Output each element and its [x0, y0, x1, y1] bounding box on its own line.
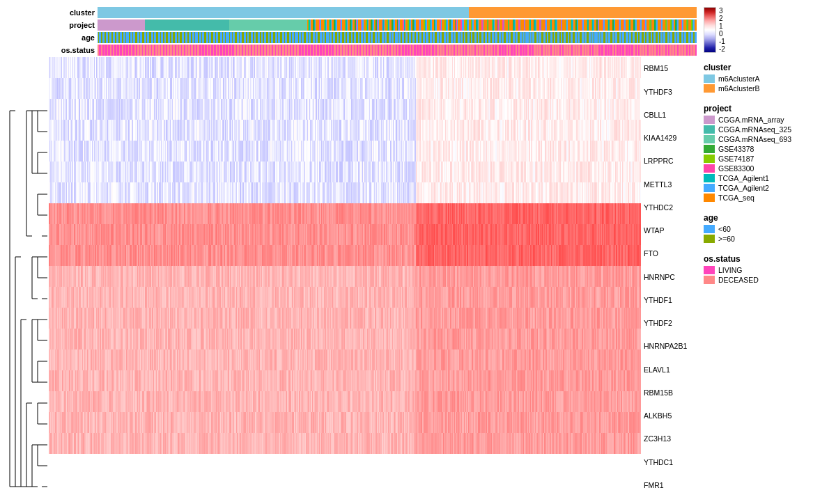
gene-label: METTL3	[644, 174, 697, 195]
gene-label: YTHDC2	[644, 197, 697, 218]
os-deceased-label: DECEASED	[718, 276, 759, 284]
age-lt60-color	[704, 225, 715, 233]
project-bar	[98, 19, 697, 31]
scale-0: 0	[719, 30, 725, 38]
cgga-325-color	[704, 125, 715, 134]
gene-label: WTAP	[644, 220, 697, 241]
cluster-legend-title: cluster	[704, 63, 829, 72]
os-status-label: os.status	[49, 46, 98, 54]
project-tcga-agilent1: TCGA_Agilent1	[704, 174, 829, 182]
os-status-bar	[98, 45, 697, 56]
age-bar	[98, 32, 697, 43]
project-gse43378: GSE43378	[704, 145, 829, 153]
gse83300-label: GSE83300	[718, 164, 754, 173]
age-ge60-color	[704, 235, 715, 243]
scale-3: 3	[719, 7, 725, 15]
age-ge60-label: >=60	[718, 235, 735, 243]
os-deceased: DECEASED	[704, 276, 829, 284]
project-cgga-325: CGGA.mRNAseq_325	[704, 125, 829, 134]
gene-label: HNRNPA2B1	[644, 336, 697, 357]
os-status-legend-title: os.status	[704, 254, 829, 264]
gene-labels: RBM15YTHDF3CBLL1KIAA1429LRPPRCMETTL3YTHD…	[641, 57, 697, 497]
os-status-bar-row: os.status	[49, 45, 697, 56]
gene-label: YTHDF1	[644, 290, 697, 310]
gse74187-label: GSE74187	[718, 155, 754, 163]
age-legend-title: age	[704, 213, 829, 223]
cluster-label: cluster	[49, 8, 98, 17]
left-panel: cluster project age	[7, 7, 697, 497]
gene-label: YTHDF2	[644, 313, 697, 333]
cgga-325-label: CGGA.mRNAseq_325	[718, 125, 791, 134]
cluster-legend: cluster m6AclusterA m6AclusterB	[704, 63, 829, 94]
project-legend-title: project	[704, 104, 829, 113]
project-gse83300: GSE83300	[704, 164, 829, 173]
project-bar-row: project	[49, 19, 697, 31]
gene-label: FTO	[644, 244, 697, 265]
scale-2: 2	[719, 15, 725, 22]
tcga-agilent1-label: TCGA_Agilent1	[718, 174, 769, 182]
gene-label: RBM15B	[644, 382, 697, 403]
project-tcga-seq: TCGA_seq	[704, 194, 829, 202]
gene-label: FMR1	[644, 475, 697, 496]
gene-label: KIAA1429	[644, 127, 697, 148]
cluster-a-item: m6AclusterA	[704, 74, 829, 83]
project-cgga-693: CGGA.mRNAseq_693	[704, 135, 829, 143]
gene-label: CBLL1	[644, 104, 697, 125]
cluster-bar-row: cluster	[49, 7, 697, 18]
cluster-b-label: m6AclusterB	[718, 84, 760, 93]
project-gse74187: GSE74187	[704, 155, 829, 163]
gene-label: ZC3H13	[644, 429, 697, 450]
scale-1: 1	[719, 22, 725, 30]
cgga-693-color	[704, 135, 715, 143]
project-label: project	[49, 21, 98, 29]
right-panel: 3 2 1 0 -1 -2 cluster m6AclusterA m6Aclu…	[697, 7, 829, 497]
age-lt60: <60	[704, 225, 829, 233]
tcga-agilent2-label: TCGA_Agilent2	[718, 184, 769, 192]
cluster-bar	[98, 7, 697, 18]
os-living-label: LIVING	[718, 266, 742, 274]
gene-label: LRPPRC	[644, 151, 697, 172]
tcga-agilent1-color	[704, 174, 715, 182]
heatmap-area: RBM15YTHDF3CBLL1KIAA1429LRPPRCMETTL3YTHD…	[49, 57, 697, 497]
scale-labels: 3 2 1 0 -1 -2	[719, 7, 725, 53]
project-cgga-mrna: CGGA.mRNA_array	[704, 116, 829, 124]
cgga-mrna-label: CGGA.mRNA_array	[718, 116, 784, 124]
project-tcga-agilent2: TCGA_Agilent2	[704, 184, 829, 192]
cluster-a-color	[704, 74, 715, 83]
cgga-693-label: CGGA.mRNAseq_693	[718, 135, 791, 143]
gene-label: YTHDF3	[644, 81, 697, 102]
gse74187-color	[704, 155, 715, 163]
tcga-seq-label: TCGA_seq	[718, 194, 754, 202]
cluster-b-color	[704, 84, 715, 93]
main-container: cluster project age	[0, 0, 836, 504]
gene-label: HNRNPC	[644, 267, 697, 288]
project-legend: project CGGA.mRNA_array CGGA.mRNAseq_325…	[704, 104, 829, 203]
age-bar-row: age	[49, 32, 697, 43]
tcga-agilent2-color	[704, 184, 715, 192]
tcga-seq-color	[704, 194, 715, 202]
age-lt60-label: <60	[718, 225, 731, 233]
cluster-a-label: m6AclusterA	[718, 74, 760, 83]
heatmap-container	[49, 57, 641, 497]
scale-neg2: -2	[719, 45, 725, 53]
main-content: cluster project age	[49, 7, 697, 497]
cgga-mrna-color	[704, 116, 715, 124]
gse43378-label: GSE43378	[718, 145, 754, 153]
color-bar	[704, 7, 716, 53]
annotation-bars: cluster project age	[49, 7, 697, 56]
os-status-legend: os.status LIVING DECEASED	[704, 254, 829, 285]
cluster-b-item: m6AclusterB	[704, 84, 829, 93]
age-ge60: >=60	[704, 235, 829, 243]
gene-label: ALKBH5	[644, 405, 697, 426]
os-deceased-color	[704, 276, 715, 284]
colorscale-legend: 3 2 1 0 -1 -2	[704, 7, 829, 53]
gene-label: YTHDC1	[644, 452, 697, 473]
gse83300-color	[704, 164, 715, 173]
os-living: LIVING	[704, 266, 829, 274]
age-legend: age <60 >=60	[704, 213, 829, 244]
age-label: age	[49, 33, 98, 42]
gse43378-color	[704, 145, 715, 153]
gene-label: RBM15	[644, 58, 697, 79]
gene-label: ELAVL1	[644, 359, 697, 380]
y-dendrogram	[7, 7, 49, 497]
